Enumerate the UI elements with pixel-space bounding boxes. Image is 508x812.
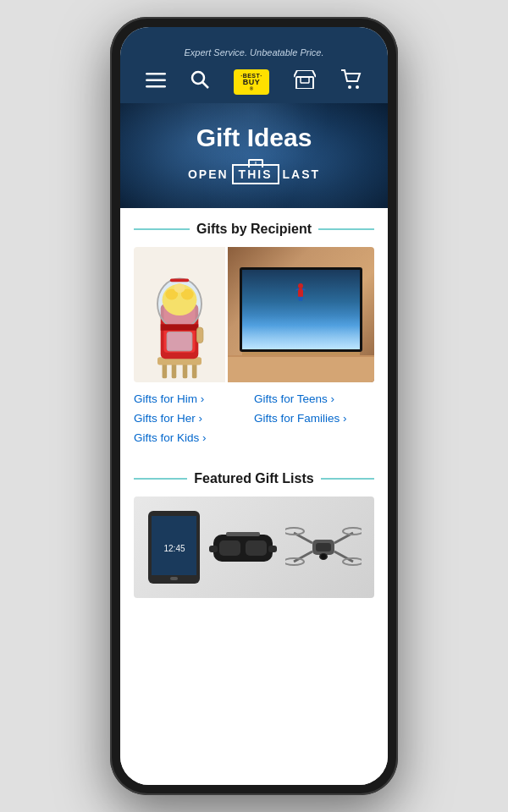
svg-rect-1 [146,80,166,82]
divider-left-featured [134,478,187,480]
divider-right-featured [321,478,374,480]
svg-point-20 [174,283,185,293]
link-gifts-for-teens[interactable]: Gifts for Teens › [254,392,374,405]
svg-rect-37 [246,540,267,556]
banner-text: Expert Service. Unbeatable Price. [184,47,323,58]
nav-bar: ·BEST· BUY ® [120,61,388,103]
divider-right [318,228,374,230]
menu-icon[interactable] [146,71,166,93]
section-header-recipient: Gifts by Recipient [120,208,388,247]
section-title-recipient: Gifts by Recipient [196,222,312,237]
hero-title: Gift Ideas [137,123,371,152]
tablet-image: 12:45 [146,509,202,585]
svg-rect-22 [167,332,192,351]
section-header-featured: Featured Gift Lists [120,458,388,497]
this-text: THIS [232,164,279,184]
open-text: OPEN [188,167,229,181]
svg-rect-34 [170,577,178,580]
link-gifts-for-families[interactable]: Gifts for Families › [254,412,374,425]
svg-rect-39 [268,546,277,552]
section-title-featured: Featured Gift Lists [194,471,313,486]
svg-rect-2 [146,85,166,88]
svg-rect-40 [226,532,260,536]
svg-point-25 [298,283,303,288]
svg-rect-23 [170,278,189,282]
divider-left [134,228,190,230]
svg-point-52 [321,554,326,559]
link-gifts-for-her[interactable]: Gifts for Her › [134,412,254,425]
gifts-by-recipient-section: Gifts by Recipient [120,208,388,454]
gift-image-right [228,247,374,382]
hero-subtitle: OPEN THIS LAST [137,164,371,184]
svg-rect-0 [146,73,166,75]
status-bar [120,27,388,44]
links-grid: Gifts for Him › Gifts for Teens › Gifts … [120,382,388,454]
top-banner: Expert Service. Unbeatable Price. [120,44,388,61]
logo-brand: BUY [243,79,261,86]
gift-image-left [134,247,225,382]
gift-image-grid [134,247,374,382]
svg-point-3 [192,72,204,84]
store-icon[interactable] [294,70,316,94]
logo-tag: ® [250,86,253,91]
svg-line-4 [202,82,208,88]
content-area: Gifts by Recipient [120,208,388,785]
svg-rect-6 [301,77,309,83]
svg-text:12:45: 12:45 [163,544,185,553]
svg-rect-24 [196,327,202,343]
vr-headset-image [209,522,277,573]
hero-section: Gift Ideas OPEN THIS LAST [120,103,388,208]
svg-rect-42 [316,543,331,551]
svg-point-8 [356,85,359,89]
cart-icon[interactable] [340,69,362,95]
phone-shell: Expert Service. Unbeatable Price. ·BEST·… [110,17,398,795]
link-gifts-for-kids[interactable]: Gifts for Kids › [134,431,254,444]
svg-point-7 [348,85,351,89]
drone-image [285,516,362,579]
svg-rect-38 [209,546,218,552]
svg-rect-36 [219,540,240,556]
last-text: LAST [283,167,321,181]
search-icon[interactable] [190,70,209,94]
featured-gift-lists-section: Featured Gift Lists 12:45 [120,458,388,598]
svg-rect-21 [161,324,199,330]
best-buy-logo[interactable]: ·BEST· BUY ® [234,69,269,95]
featured-image-area: 12:45 [134,497,374,598]
phone-screen: Expert Service. Unbeatable Price. ·BEST·… [120,27,388,785]
link-gifts-for-him[interactable]: Gifts for Him › [134,392,254,405]
